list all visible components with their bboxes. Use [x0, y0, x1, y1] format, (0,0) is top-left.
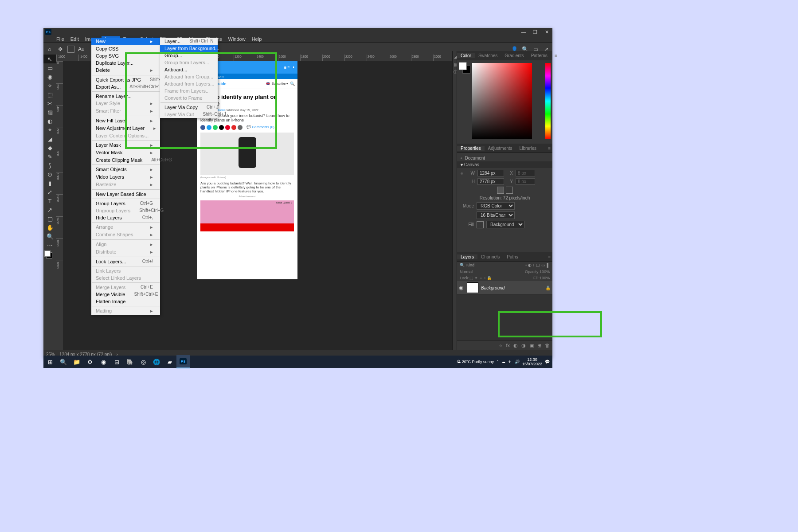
- menu-item[interactable]: Layer...Shift+Ctrl+N: [160, 38, 218, 45]
- panel-tab[interactable]: Libraries: [516, 146, 540, 151]
- width-input[interactable]: [477, 170, 504, 176]
- tool-20[interactable]: 🔍: [43, 232, 56, 241]
- menu-item[interactable]: Layer from Background...: [160, 45, 218, 52]
- fx-icon[interactable]: fx: [506, 343, 510, 348]
- orient-btn[interactable]: [497, 187, 504, 194]
- edge-icon[interactable]: 🌐: [150, 356, 163, 368]
- panel-menu-icon[interactable]: ≡: [544, 146, 552, 151]
- menu-file[interactable]: File: [53, 36, 67, 42]
- menu-item[interactable]: Video Layers▸: [91, 173, 160, 181]
- menu-item[interactable]: Artboard...: [160, 66, 218, 73]
- tool-2[interactable]: ◉: [43, 72, 56, 81]
- tray-chevron[interactable]: ˄: [497, 360, 499, 364]
- notifications-icon[interactable]: 💬: [545, 360, 550, 364]
- tool-4[interactable]: ⬚: [43, 90, 56, 99]
- menu-item[interactable]: Create Clipping MaskAlt+Ctrl+G: [91, 156, 160, 164]
- explorer-icon[interactable]: 📁: [70, 356, 83, 368]
- panel-tab[interactable]: Patterns: [528, 53, 551, 58]
- tool-16[interactable]: T: [43, 196, 56, 205]
- menu-item[interactable]: Smart Objects▸: [91, 166, 160, 173]
- menu-item[interactable]: Flatten Image: [91, 298, 160, 305]
- tool-15[interactable]: ⤢: [43, 188, 56, 196]
- tool-13[interactable]: ⊙: [43, 170, 56, 179]
- new-layer-icon[interactable]: ⊞: [537, 343, 541, 348]
- tool-11[interactable]: ✎: [43, 152, 56, 161]
- menu-item[interactable]: New▸: [91, 38, 160, 45]
- link-icon[interactable]: ⟐: [499, 343, 502, 348]
- hue-slider[interactable]: [545, 63, 551, 139]
- panel-tab[interactable]: Swatches: [475, 53, 501, 58]
- restore-button[interactable]: ❐: [529, 28, 541, 36]
- mask-icon[interactable]: ◐: [513, 343, 518, 348]
- menu-edit[interactable]: Edit: [67, 36, 82, 42]
- filter-toggle[interactable]: ▌: [547, 263, 550, 267]
- menu-item[interactable]: Rename Layer...: [91, 93, 160, 100]
- clock[interactable]: 12:3015/07/2022: [522, 357, 542, 366]
- menu-item[interactable]: Lock Layers...Ctrl+/: [91, 258, 160, 265]
- adjust-icon[interactable]: ◑: [521, 343, 526, 348]
- menu-item[interactable]: Layer Mask▸: [91, 141, 160, 149]
- mode-select[interactable]: RGB Color: [477, 202, 515, 210]
- fg-swatch[interactable]: [459, 62, 467, 70]
- tool-18[interactable]: ▢: [43, 214, 56, 223]
- tool-0[interactable]: ↖: [43, 55, 56, 63]
- lock-icon[interactable]: 🔒: [545, 286, 551, 290]
- weather[interactable]: 🌤 20°C Partly sunny: [457, 360, 494, 364]
- menu-item[interactable]: Duplicate Layer...: [91, 59, 160, 66]
- tool-10[interactable]: ◆: [43, 143, 56, 152]
- panel-tab[interactable]: Gradients: [501, 53, 527, 58]
- tool-6[interactable]: ▨: [43, 108, 56, 117]
- menu-item[interactable]: Delete▸: [91, 66, 160, 74]
- tool-3[interactable]: ✧: [43, 81, 56, 90]
- bits-select[interactable]: 16 Bits/Channel: [477, 211, 515, 219]
- blend-mode[interactable]: Normal: [460, 270, 473, 274]
- tool-8[interactable]: ⌖: [43, 125, 56, 134]
- evernote-icon[interactable]: 🐘: [123, 356, 137, 368]
- filter-kind[interactable]: Kind: [466, 263, 474, 267]
- fill-select[interactable]: Background Color: [486, 221, 524, 228]
- delete-icon[interactable]: 🗑: [545, 343, 550, 348]
- layer-row[interactable]: ◉ Background 🔒: [457, 281, 552, 295]
- panel-tab[interactable]: Adjustments: [485, 146, 516, 151]
- layer-thumb[interactable]: [467, 282, 478, 293]
- y-input[interactable]: [516, 178, 535, 185]
- menu-item[interactable]: Group LayersCtrl+G: [91, 200, 160, 207]
- volume-icon[interactable]: 🔊: [515, 360, 520, 364]
- tool-1[interactable]: ▭: [43, 63, 56, 72]
- fill-swatch[interactable]: [477, 221, 484, 228]
- menu-item[interactable]: Layer Via CopyCtrl+J: [160, 104, 218, 111]
- move-tool-icon[interactable]: ✥: [57, 46, 64, 53]
- menu-item[interactable]: Group...: [160, 52, 218, 59]
- spotify-icon[interactable]: ◎: [137, 356, 150, 368]
- panel-tab[interactable]: Properties: [457, 146, 485, 151]
- slack-icon[interactable]: ⊟: [110, 356, 123, 368]
- x-input[interactable]: [516, 170, 535, 176]
- tool-17[interactable]: ↗: [43, 205, 56, 214]
- panel-tab[interactable]: Paths: [503, 254, 522, 259]
- app-icon[interactable]: ▰: [163, 356, 176, 368]
- chrome-icon[interactable]: ◉: [97, 356, 110, 368]
- option-check[interactable]: [67, 46, 74, 53]
- menu-help[interactable]: Help: [249, 36, 265, 42]
- minimize-button[interactable]: —: [518, 28, 529, 36]
- start-button[interactable]: ⊞: [43, 356, 57, 368]
- group-icon[interactable]: ▣: [529, 343, 534, 348]
- link-icon[interactable]: ⟐: [461, 171, 463, 176]
- panel-tab[interactable]: Color: [457, 53, 475, 58]
- height-input[interactable]: [477, 178, 504, 185]
- visibility-icon[interactable]: ◉: [459, 285, 465, 291]
- search-taskbar[interactable]: 🔍: [57, 356, 70, 368]
- close-button[interactable]: ✕: [541, 28, 552, 36]
- tool-7[interactable]: ◐: [43, 117, 56, 125]
- panel-menu-icon[interactable]: ≡: [544, 254, 552, 259]
- tool-21[interactable]: ⋯: [43, 241, 56, 250]
- photoshop-taskbar[interactable]: Ps: [176, 355, 190, 368]
- menu-item[interactable]: Copy CSS: [91, 45, 160, 52]
- color-field[interactable]: [472, 63, 532, 139]
- tool-19[interactable]: ✋: [43, 223, 56, 232]
- menu-item[interactable]: Quick Export as JPGShift+Ctrl+': [91, 76, 160, 83]
- menu-item[interactable]: New Fill Layer▸: [91, 117, 160, 125]
- onedrive-icon[interactable]: ☁: [501, 360, 505, 364]
- wifi-icon[interactable]: ᯤ: [508, 360, 512, 364]
- tool-12[interactable]: ⟆: [43, 161, 56, 170]
